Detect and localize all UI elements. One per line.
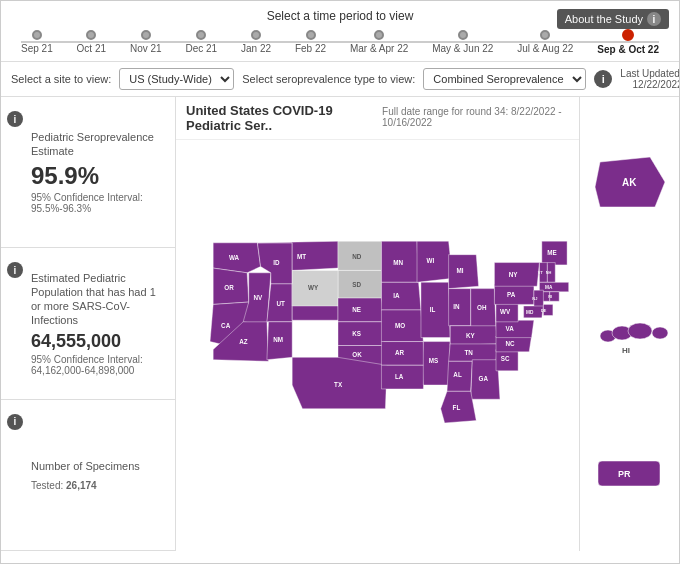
svg-text:GA: GA: [479, 375, 489, 382]
svg-text:IL: IL: [430, 306, 436, 313]
svg-text:FL: FL: [453, 404, 461, 411]
svg-text:NH: NH: [546, 270, 552, 275]
map-subtitle: Full date range for round 34: 8/22/2022 …: [382, 106, 569, 128]
state-in[interactable]: [449, 289, 471, 326]
timeline-dot-sep21: [32, 30, 42, 40]
svg-text:OH: OH: [477, 304, 487, 311]
right-panel: AK HI PR: [579, 97, 679, 551]
svg-text:IN: IN: [453, 303, 460, 310]
stat2-info-icon[interactable]: i: [7, 262, 23, 278]
about-button-label: About the Study: [565, 13, 643, 25]
timeline-item-julaug22[interactable]: Jul & Aug 22: [517, 30, 573, 54]
timeline-item-jan22[interactable]: Jan 22: [241, 30, 271, 54]
stat3-info-icon[interactable]: i: [7, 414, 23, 430]
main-content: i Pediatric Seroprevalence Estimate 95.9…: [1, 97, 679, 551]
stat2-ci-label: 95% Confidence Interval:: [31, 354, 143, 365]
stat2-title: Estimated Pediatric Population that has …: [31, 271, 165, 328]
state-wi[interactable]: [417, 241, 453, 282]
inset-hi: HI: [590, 311, 670, 356]
svg-text:UT: UT: [276, 300, 285, 307]
svg-text:NE: NE: [352, 306, 361, 313]
timeline-dot-marapr22: [374, 30, 384, 40]
state-il[interactable]: [421, 282, 450, 337]
svg-text:DE: DE: [541, 308, 547, 313]
svg-text:WA: WA: [229, 254, 240, 261]
controls-row: Select a site to view: US (Study-Wide) S…: [1, 62, 679, 97]
state-tn[interactable]: [449, 344, 498, 361]
header: Select a time period to view About the S…: [1, 1, 679, 62]
timeline-label-sep21: Sep 21: [21, 43, 53, 54]
svg-text:NM: NM: [273, 336, 283, 343]
timeline-label-nov21: Nov 21: [130, 43, 162, 54]
svg-text:MN: MN: [393, 259, 403, 266]
timeline-item-dec21[interactable]: Dec 21: [185, 30, 217, 54]
sero-select[interactable]: Combined Seroprevalence: [423, 68, 586, 90]
svg-text:PR: PR: [618, 469, 631, 479]
svg-text:NJ: NJ: [532, 296, 537, 301]
state-ma[interactable]: [539, 282, 568, 291]
timeline-dot-feb22: [306, 30, 316, 40]
svg-text:KY: KY: [466, 332, 476, 339]
timeline-item-sep21[interactable]: Sep 21: [21, 30, 53, 54]
map-title: United States COVID-19 Pediatric Ser..: [186, 103, 376, 133]
stat3-tested-value: 26,174: [66, 480, 97, 491]
svg-text:AR: AR: [395, 349, 405, 356]
stat3-title: Number of Specimens: [31, 459, 165, 473]
stat2-value: 64,555,000: [31, 332, 165, 352]
timeline-item-marapr22[interactable]: Mar & Apr 22: [350, 30, 408, 54]
svg-text:MA: MA: [545, 285, 553, 290]
svg-text:NV: NV: [253, 294, 263, 301]
svg-text:NC: NC: [505, 340, 515, 347]
svg-text:MO: MO: [395, 322, 405, 329]
svg-text:VT: VT: [538, 270, 544, 275]
last-updated-label: Last Updated:: [620, 68, 680, 79]
timeline-inner: Sep 21 Oct 21 Nov 21 Dec 21 Jan 22: [21, 29, 659, 55]
timeline-label-mayjun22: May & Jun 22: [432, 43, 493, 54]
timeline-item-mayjun22[interactable]: May & Jun 22: [432, 30, 493, 54]
site-select[interactable]: US (Study-Wide): [119, 68, 234, 90]
timeline-item-feb22[interactable]: Feb 22: [295, 30, 326, 54]
svg-text:RI: RI: [548, 294, 552, 299]
stat1-ci-value: 95.5%-96.3%: [31, 203, 91, 214]
stat2-ci-value: 64,162,000-64,898,000: [31, 365, 134, 376]
svg-text:SD: SD: [352, 281, 361, 288]
svg-text:OR: OR: [224, 284, 234, 291]
about-info-icon: i: [647, 12, 661, 26]
map-area: United States COVID-19 Pediatric Ser.. F…: [176, 97, 579, 551]
timeline-label-oct21: Oct 21: [77, 43, 106, 54]
svg-point-53: [652, 327, 668, 339]
timeline-item-sepoct22[interactable]: Sep & Oct 22: [597, 29, 659, 55]
timeline-item-oct21[interactable]: Oct 21: [77, 30, 106, 54]
state-ia[interactable]: [381, 282, 421, 310]
stat1-info-icon[interactable]: i: [7, 111, 23, 127]
inset-ak: AK: [590, 152, 670, 217]
stat-card-population: i Estimated Pediatric Population that ha…: [1, 248, 175, 399]
svg-text:ND: ND: [352, 253, 362, 260]
state-va[interactable]: [496, 320, 534, 337]
stat-card-specimens: i Number of Specimens Tested: 26,174: [1, 400, 175, 551]
svg-text:NY: NY: [509, 271, 519, 278]
timeline-label-sepoct22: Sep & Oct 22: [597, 44, 659, 55]
stat1-ci: 95% Confidence Interval: 95.5%-96.3%: [31, 192, 165, 214]
timeline-label-julaug22: Jul & Aug 22: [517, 43, 573, 54]
last-updated-date: 12/22/2022: [633, 79, 680, 90]
svg-text:IA: IA: [393, 292, 400, 299]
svg-text:MS: MS: [429, 357, 438, 364]
timeline-dot-dec21: [196, 30, 206, 40]
sero-label: Select seroprevalence type to view:: [242, 73, 415, 85]
svg-text:MT: MT: [297, 253, 306, 260]
stat3-tested: Tested: 26,174: [31, 480, 165, 491]
timeline-dot-nov21: [141, 30, 151, 40]
about-study-button[interactable]: About the Study i: [557, 9, 669, 29]
map-title-row: United States COVID-19 Pediatric Ser.. F…: [176, 97, 579, 140]
sero-info-icon[interactable]: i: [594, 70, 612, 88]
inset-pr: PR: [590, 451, 670, 496]
svg-text:TX: TX: [334, 381, 343, 388]
stat1-title: Pediatric Seroprevalence Estimate: [31, 130, 165, 159]
stat-card-seroprevalence: i Pediatric Seroprevalence Estimate 95.9…: [1, 97, 175, 248]
svg-text:LA: LA: [395, 373, 404, 380]
state-mi[interactable]: [449, 255, 479, 289]
pr-map-svg: PR: [590, 451, 670, 496]
svg-text:ID: ID: [273, 259, 280, 266]
timeline-item-nov21[interactable]: Nov 21: [130, 30, 162, 54]
